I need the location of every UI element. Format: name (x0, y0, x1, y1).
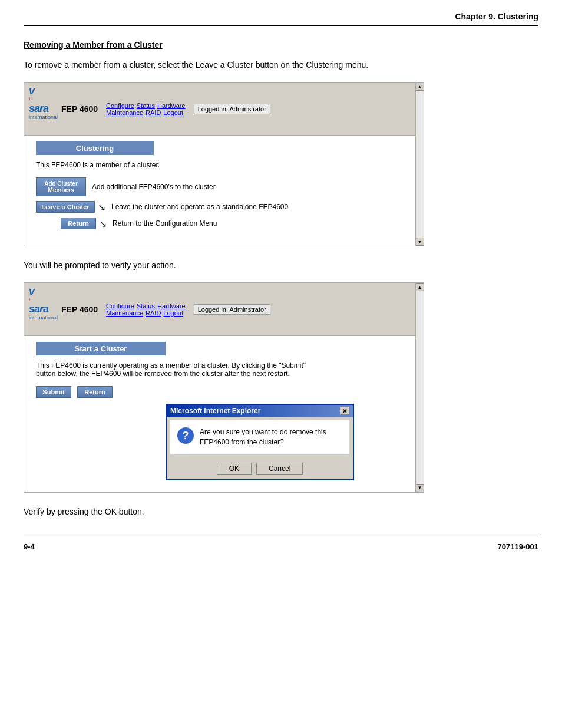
nav-logout-1[interactable]: Logout (163, 109, 183, 116)
member-text: This FEP4600 is a member of a cluster. (36, 161, 404, 169)
nav-bottom-2: Maintenance RAID Logout (106, 309, 186, 317)
nav-logout-2[interactable]: Logout (163, 309, 183, 317)
clustering-title: Clustering (36, 141, 154, 155)
nav-top-2: Configure Status Hardware (106, 302, 186, 309)
footer-right: 707119-001 (498, 542, 538, 551)
chapter-header: Chapter 9. Clustering (24, 12, 538, 26)
modal-icon-text: ? (183, 430, 189, 442)
browser-content-2: Start a Cluster This FEP4600 is currentl… (24, 336, 415, 492)
scroll-up-2[interactable]: ▲ (416, 283, 424, 291)
page-footer: 9-4 707119-001 (24, 536, 538, 551)
nav-maintenance-2[interactable]: Maintenance (106, 309, 143, 317)
logged-in-badge-1: Logged in: Adminstrator (194, 104, 270, 114)
modal-body: ? Are you sure you want to do remove thi… (170, 420, 349, 454)
nav-raid-2[interactable]: RAID (146, 309, 161, 317)
add-cluster-btn[interactable]: Add ClusterMembers (36, 177, 86, 196)
visara-logo-2: visarainternational (29, 285, 58, 333)
add-cluster-row: Add ClusterMembers Add additional FEP460… (36, 177, 404, 196)
nav-raid-1[interactable]: RAID (146, 109, 161, 116)
nav-links-1: Configure Status Hardware Maintenance RA… (106, 102, 186, 116)
scroll-up-1[interactable]: ▲ (416, 83, 424, 91)
scroll-track-1 (416, 91, 424, 238)
scrollbar-1[interactable]: ▲ ▼ (415, 83, 424, 246)
intro-text: To remove a member from a cluster, selec… (24, 59, 538, 71)
chapter-title: Chapter 9. Clustering (455, 12, 538, 21)
nav-status-2[interactable]: Status (137, 302, 155, 309)
modal-close-btn[interactable]: ✕ (340, 407, 349, 415)
page: Chapter 9. Clustering Removing a Member … (0, 0, 562, 728)
leave-cluster-desc: Leave the cluster and operate as a stand… (111, 203, 288, 211)
submit-return-row: Submit Return (36, 386, 404, 398)
description-1: This FEP4600 is currently operating as a… (36, 361, 404, 378)
leave-cluster-row: Leave a Cluster ↘ Leave the cluster and … (36, 201, 404, 213)
return-btn-2[interactable]: Return (77, 386, 113, 398)
nav-hardware-2[interactable]: Hardware (157, 302, 186, 309)
nav-status-1[interactable]: Status (137, 102, 155, 109)
section-heading: Removing a Member from a Cluster (24, 40, 538, 50)
logged-in-badge-2: Logged in: Adminstrator (194, 304, 270, 315)
submit-btn[interactable]: Submit (36, 386, 71, 398)
modal-title: Microsoft Internet Explorer (170, 407, 260, 415)
arrow-indicator: ↘ (98, 202, 105, 213)
visara-logo-1: visarainternational (29, 85, 58, 133)
verify-text: Verify by pressing the OK button. (24, 506, 538, 518)
browser-screenshot-1: visarainternational FEP 4600 Configure S… (24, 82, 424, 246)
scroll-down-1[interactable]: ▼ (416, 238, 424, 246)
scroll-track-2 (416, 291, 424, 484)
add-cluster-desc: Add additional FEP4600's to the cluster (92, 183, 216, 191)
device-name-2: FEP 4600 (61, 305, 98, 314)
scroll-down-2[interactable]: ▼ (416, 484, 424, 492)
nav-configure-1[interactable]: Configure (106, 102, 134, 109)
browser-nav-2: visarainternational FEP 4600 Configure S… (24, 283, 424, 336)
nav-hardware-1[interactable]: Hardware (157, 102, 186, 109)
browser-screenshot-2: visarainternational FEP 4600 Configure S… (24, 282, 424, 493)
modal-cancel-btn[interactable]: Cancel (256, 463, 303, 475)
browser-nav-1: visarainternational FEP 4600 Configure S… (24, 83, 424, 136)
return-btn-1[interactable]: Return (61, 218, 96, 229)
modal-title-bar: Microsoft Internet Explorer ✕ (167, 405, 353, 417)
scrollbar-2[interactable]: ▲ ▼ (415, 283, 424, 492)
nav-configure-2[interactable]: Configure (106, 302, 134, 309)
return-row: Return ↘ Return to the Configuration Men… (36, 218, 404, 229)
nav-maintenance-1[interactable]: Maintenance (106, 109, 143, 116)
leave-cluster-btn[interactable]: Leave a Cluster (36, 201, 95, 213)
modal-ok-btn[interactable]: OK (217, 463, 252, 475)
desc-line1: This FEP4600 is currently operating as a… (36, 361, 306, 370)
modal-message: Are you sure you want to do remove this … (200, 427, 342, 447)
browser-content-1: Clustering This FEP4600 is a member of a… (24, 136, 415, 246)
modal-overlay: Microsoft Internet Explorer ✕ ? Are you … (166, 404, 404, 480)
desc-line2: button below, the FEP4600 will be remove… (36, 370, 290, 378)
nav-links-2: Configure Status Hardware Maintenance RA… (106, 302, 186, 317)
device-name-1: FEP 4600 (61, 104, 98, 114)
start-cluster-title: Start a Cluster (36, 342, 166, 355)
modal-question-icon: ? (177, 427, 194, 444)
nav-bottom-1: Maintenance RAID Logout (106, 109, 186, 116)
nav-top-1: Configure Status Hardware (106, 102, 186, 109)
modal-buttons: OK Cancel (167, 458, 353, 479)
arrow-indicator-2: ↘ (99, 218, 107, 229)
prompt-text: You will be prompted to verify your acti… (24, 259, 538, 272)
return-desc: Return to the Configuration Menu (113, 219, 217, 228)
modal-dialog: Microsoft Internet Explorer ✕ ? Are you … (166, 404, 354, 480)
footer-left: 9-4 (24, 542, 35, 551)
